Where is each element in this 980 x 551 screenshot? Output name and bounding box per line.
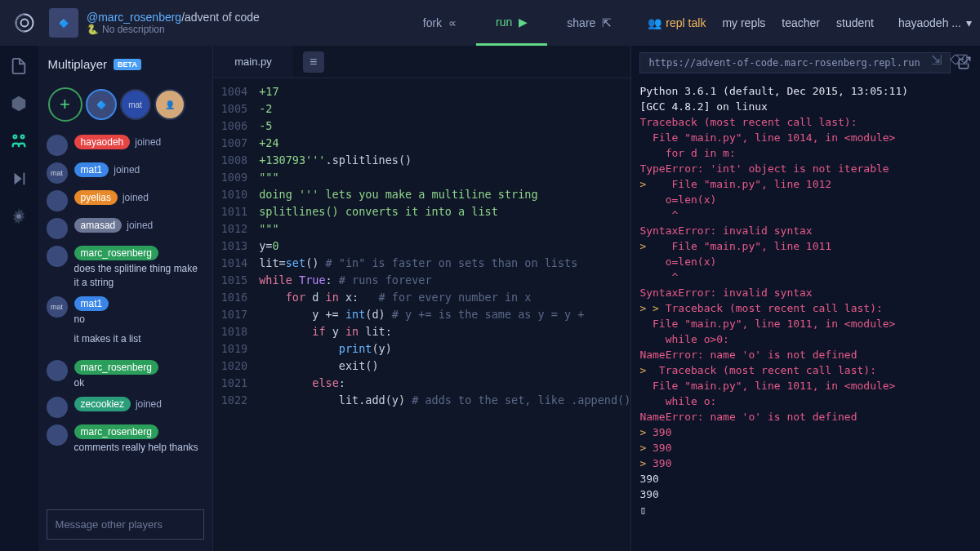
avatar: mat: [47, 162, 68, 184]
chat-message: it makes it a list: [74, 332, 141, 346]
user-pill: zecookiez: [74, 397, 131, 411]
line-number: 1009: [213, 169, 259, 186]
term-line: > File "main.py", line 1012: [639, 176, 972, 192]
term-line: 390: [639, 471, 972, 487]
line-number: 1004: [213, 83, 259, 100]
debugger-icon[interactable]: [10, 170, 28, 188]
user-pill: hayaodeh: [74, 135, 131, 149]
user-link[interactable]: @marc_rosenberg: [87, 11, 181, 24]
line-number: 1017: [213, 306, 259, 323]
fork-icon: ∝: [448, 16, 457, 29]
user-pill: pyelias: [74, 190, 118, 205]
chevron-down-icon: ▾: [966, 16, 972, 29]
avatar[interactable]: 🔷: [86, 89, 117, 120]
breadcrumb: @marc_rosenberg/advent of code 🐍No descr…: [87, 11, 260, 35]
line-number: 1016: [213, 289, 259, 306]
action-text: joined: [135, 136, 161, 148]
tab-options-icon[interactable]: ≡: [303, 51, 324, 73]
feed-item: matmat1joined: [47, 162, 205, 184]
feed-item: pyeliasjoined: [47, 190, 205, 211]
feed-item: marc_rosenbergdoes the splitline thing m…: [47, 246, 205, 290]
term-line: while o>0:: [639, 331, 972, 347]
user-pill: mat1: [74, 296, 109, 311]
line-number: 1015: [213, 272, 259, 289]
term-line: NameError: name 'o' is not defined: [639, 409, 972, 424]
nav-teacher[interactable]: teacher: [782, 16, 820, 29]
repl-url-input[interactable]: [639, 52, 951, 73]
feed-item: amasadjoined: [47, 218, 205, 239]
user-pill: marc_rosenberg: [74, 360, 158, 375]
multiplayer-icon[interactable]: [10, 132, 28, 150]
add-player-button[interactable]: +: [48, 87, 82, 122]
avatar[interactable]: 👤: [154, 89, 185, 120]
package-icon[interactable]: [10, 95, 28, 113]
python-icon: 🐍: [87, 24, 98, 35]
nav-my-repls[interactable]: my repls: [722, 16, 765, 29]
chat-message: comments really help thanks: [74, 441, 198, 455]
user-pill: mat1: [74, 162, 109, 177]
avatar: [47, 190, 68, 211]
left-rail: [0, 46, 38, 551]
term-line: Traceback (most recent call last):: [639, 114, 972, 130]
message-input[interactable]: Message other players: [47, 509, 205, 540]
line-number: 1018: [213, 323, 259, 340]
settings-icon[interactable]: [10, 207, 28, 225]
replit-logo[interactable]: [8, 7, 41, 39]
avatar: mat: [47, 296, 68, 318]
avatar: [47, 360, 68, 381]
share-button[interactable]: share⇱: [547, 0, 631, 46]
action-text: joined: [127, 220, 153, 231]
share-icon: ⇱: [602, 16, 612, 29]
term-line: ^: [639, 207, 972, 223]
line-number: 1008: [213, 152, 259, 169]
beta-badge: BETA: [114, 59, 141, 70]
user-pill: marc_rosenberg: [74, 246, 158, 260]
nav-student[interactable]: student: [836, 16, 874, 29]
line-number: 1006: [213, 118, 259, 135]
term-line: 390: [639, 487, 972, 502]
term-line: ▯: [639, 502, 972, 518]
user-pill: marc_rosenberg: [74, 424, 158, 439]
feed-item: marc_rosenbergcomments really help thank…: [47, 424, 205, 455]
avatar[interactable]: mat: [120, 89, 151, 120]
term-line: SyntaxError: invalid syntax: [639, 223, 972, 238]
term-line: NameError: name 'o' is not defined: [639, 347, 972, 362]
avatar: [47, 397, 68, 418]
line-number: 1022: [213, 392, 259, 409]
term-line: o=len(x): [639, 254, 972, 269]
line-number: 1007: [213, 135, 259, 152]
term-line: > 390: [639, 440, 972, 455]
line-number: 1013: [213, 238, 259, 255]
avatar: [47, 424, 68, 446]
term-line: Python 3.6.1 (default, Dec 2015, 13:05:1…: [639, 83, 972, 99]
nav-repl-talk[interactable]: 👥repl talk: [648, 16, 706, 29]
play-icon: ▶: [519, 16, 528, 29]
tab-bar: main.py ≡: [213, 46, 630, 78]
line-number: 1011: [213, 203, 259, 220]
term-line: > File "main.py", line 1011: [639, 238, 972, 254]
tab-main-py[interactable]: main.py: [213, 46, 293, 78]
chat-message: no: [74, 313, 109, 327]
terminal[interactable]: Python 3.6.1 (default, Dec 2015, 13:05:1…: [631, 80, 980, 551]
feed-item: marc_rosenbergok: [47, 360, 205, 390]
line-number: 1014: [213, 255, 259, 272]
term-expand-icon[interactable]: ⇲: [931, 52, 942, 68]
line-number: 1021: [213, 375, 259, 392]
user-menu[interactable]: hayaodeh ...▾: [898, 16, 972, 29]
term-line: for d in m:: [639, 145, 972, 161]
run-button[interactable]: run▶: [476, 0, 547, 46]
fork-button[interactable]: fork∝: [403, 0, 476, 46]
file-icon[interactable]: [10, 57, 28, 75]
chat-feed: hayaodehjoinedmatmat1joinedpyeliasjoined…: [43, 135, 208, 503]
project-desc: No description: [102, 24, 165, 35]
multiplayer-sidebar: Multiplayer BETA + 🔷 mat 👤 hayaodehjoine…: [38, 46, 213, 551]
avatar: [47, 246, 68, 267]
people-icon: 👥: [648, 16, 662, 29]
term-line: > > Traceback (most recent call last):: [639, 300, 972, 316]
term-clear-icon[interactable]: ⌫: [950, 52, 969, 68]
feed-item: zecookiezjoined: [47, 397, 205, 418]
term-line: o=len(x): [639, 192, 972, 207]
project-name: /advent of code: [181, 11, 260, 24]
action-text: joined: [122, 192, 149, 203]
code-area[interactable]: 1004+171005-21006-51007+241008+130793'''…: [213, 78, 630, 551]
